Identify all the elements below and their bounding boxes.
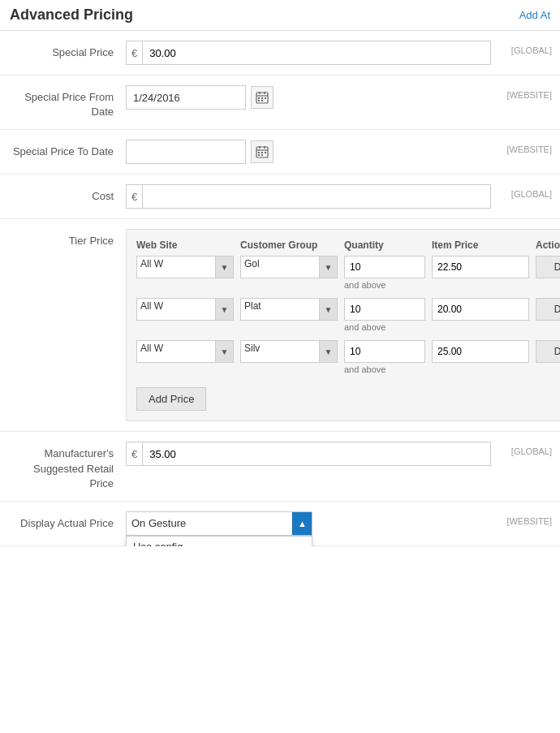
tier-group-select-1[interactable]: Gol ▼: [240, 256, 338, 278]
msrp-scope: [GLOBAL]: [503, 442, 552, 456]
display-actual-price-label: Display Actual Price: [8, 511, 126, 531]
tier-header-customer-group: Customer Group: [240, 239, 338, 251]
special-price-to-input[interactable]: [126, 140, 246, 164]
display-actual-price-menu: Use config On Gesture In Cart Before Ord…: [126, 536, 312, 546]
svg-rect-13: [258, 152, 260, 153]
special-price-input[interactable]: [143, 41, 490, 64]
special-price-label: Special Price: [8, 41, 126, 60]
tier-header-action: Action: [536, 239, 560, 251]
tier-header-website: Web Site: [136, 239, 234, 251]
special-price-to-row: Special Price To Date [WEBSITE]: [0, 130, 560, 175]
tier-qty-col-2: and above: [344, 298, 425, 332]
add-attribute-link[interactable]: Add At: [519, 9, 550, 21]
tier-price-field: Web Site Customer Group Quantity Item Pr…: [126, 229, 560, 421]
tier-above-label-1: and above: [344, 280, 425, 290]
tier-qty-col-1: and above: [344, 256, 425, 290]
tier-qty-input-1[interactable]: [344, 256, 425, 278]
svg-rect-17: [261, 154, 263, 156]
tier-delete-btn-3[interactable]: Delete: [536, 340, 560, 363]
special-price-row: Special Price € [GLOBAL]: [0, 31, 560, 75]
tier-price-row-2: All W ▼ Plat ▼ and above Delete: [136, 298, 560, 332]
msrp-input-wrapper: €: [126, 442, 491, 466]
msrp-field: €: [126, 442, 503, 466]
special-price-to-label: Special Price To Date: [8, 140, 126, 159]
tier-above-label-2: and above: [344, 322, 425, 332]
dropdown-option-use-config[interactable]: Use config: [127, 537, 312, 546]
tier-group-value-2: Plat: [241, 299, 319, 320]
special-price-from-field: [126, 85, 498, 110]
special-price-scope: [GLOBAL]: [503, 41, 552, 55]
msrp-row: Manufacturer's Suggested Retail Price € …: [0, 432, 560, 502]
tier-group-arrow-1[interactable]: ▼: [319, 257, 337, 278]
tier-price-header: Web Site Customer Group Quantity Item Pr…: [136, 239, 560, 256]
tier-qty-col-3: and above: [344, 340, 425, 374]
display-actual-price-selected[interactable]: On Gesture ▲: [126, 511, 312, 536]
tier-group-arrow-3[interactable]: ▼: [319, 341, 337, 362]
tier-delete-btn-2[interactable]: Delete: [536, 298, 560, 321]
tier-item-price-input-3[interactable]: [432, 340, 529, 363]
special-price-from-scope: [WEBSITE]: [498, 85, 552, 100]
tier-group-select-3[interactable]: Silv ▼: [240, 340, 338, 363]
tier-item-price-input-2[interactable]: [432, 298, 529, 321]
tier-website-select-3[interactable]: All W ▼: [136, 340, 234, 363]
form-container: Special Price € [GLOBAL] Special Price F…: [0, 31, 560, 546]
svg-rect-6: [265, 97, 266, 99]
display-actual-price-row: Display Actual Price On Gesture ▲ Use co…: [0, 502, 560, 546]
special-price-input-wrapper: €: [126, 41, 491, 65]
tier-website-value-3: All W: [137, 341, 215, 362]
display-actual-price-field: On Gesture ▲ Use config On Gesture In Ca…: [126, 511, 498, 536]
page-title: Advanced Pricing: [10, 6, 133, 24]
svg-rect-4: [258, 97, 260, 99]
tier-group-value-1: Gol: [241, 257, 319, 278]
tier-header-item-price: Item Price: [432, 239, 529, 251]
cost-scope: [GLOBAL]: [503, 184, 552, 199]
tier-price-row-3: All W ▼ Silv ▼ and above Delete: [136, 340, 560, 374]
dropdown-arrow-icon[interactable]: ▲: [292, 512, 312, 535]
special-price-to-calendar-icon[interactable]: [251, 140, 274, 163]
tier-website-value-2: All W: [137, 299, 215, 320]
tier-qty-input-2[interactable]: [344, 298, 425, 321]
tier-delete-btn-1[interactable]: Delete: [536, 256, 560, 278]
svg-rect-15: [265, 152, 266, 153]
svg-rect-8: [261, 100, 263, 101]
special-price-currency-symbol: €: [127, 41, 143, 64]
cost-currency-symbol: €: [127, 185, 143, 208]
tier-website-arrow-3[interactable]: ▼: [215, 341, 233, 362]
tier-website-arrow-1[interactable]: ▼: [215, 257, 233, 278]
cost-input[interactable]: [143, 185, 490, 208]
tier-price-label: Tier Price: [8, 229, 126, 248]
tier-group-arrow-2[interactable]: ▼: [319, 299, 337, 320]
tier-website-value-1: All W: [137, 257, 215, 278]
svg-rect-16: [258, 154, 260, 156]
tier-price-row: Tier Price Web Site Customer Group Quant…: [0, 219, 560, 432]
display-actual-price-dropdown[interactable]: On Gesture ▲ Use config On Gesture In Ca…: [126, 511, 312, 536]
cost-label: Cost: [8, 184, 126, 204]
svg-rect-14: [261, 152, 263, 153]
tier-group-value-3: Silv: [241, 341, 319, 362]
special-price-to-scope: [WEBSITE]: [498, 140, 552, 154]
add-price-button[interactable]: Add Price: [136, 387, 206, 411]
special-price-from-input[interactable]: [126, 85, 246, 110]
special-price-from-row: Special Price From Date [WEBSITE]: [0, 75, 560, 130]
svg-rect-7: [258, 100, 260, 101]
tier-price-row-1: All W ▼ Gol ▼ and above Delete: [136, 256, 560, 290]
display-actual-price-scope: [WEBSITE]: [498, 511, 552, 526]
msrp-currency-symbol: €: [127, 442, 143, 465]
tier-item-price-input-1[interactable]: [432, 256, 529, 278]
tier-website-select-1[interactable]: All W ▼: [136, 256, 234, 278]
tier-group-select-2[interactable]: Plat ▼: [240, 298, 338, 321]
tier-header-quantity: Quantity: [344, 239, 425, 251]
special-price-from-label: Special Price From Date: [8, 85, 126, 119]
cost-row: Cost € [GLOBAL]: [0, 175, 560, 219]
tier-website-arrow-2[interactable]: ▼: [215, 299, 233, 320]
msrp-label: Manufacturer's Suggested Retail Price: [8, 442, 126, 491]
msrp-input[interactable]: [143, 442, 490, 465]
tier-price-section: Web Site Customer Group Quantity Item Pr…: [126, 229, 560, 421]
special-price-from-calendar-icon[interactable]: [251, 86, 274, 109]
tier-website-select-2[interactable]: All W ▼: [136, 298, 234, 321]
cost-input-wrapper: €: [126, 184, 491, 209]
special-price-to-field: [126, 140, 498, 164]
tier-qty-input-3[interactable]: [344, 340, 425, 363]
display-actual-price-selected-text: On Gesture: [131, 517, 292, 529]
tier-above-label-3: and above: [344, 364, 425, 374]
